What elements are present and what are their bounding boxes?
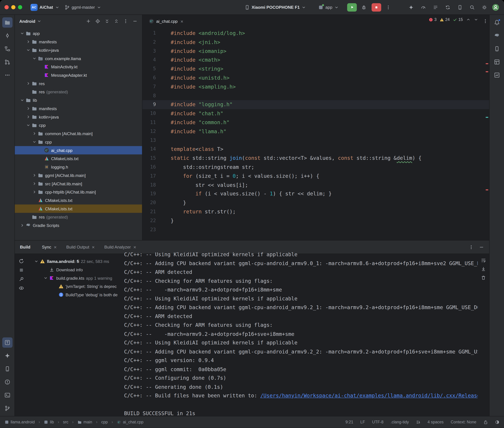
context-selector[interactable]: Context: None	[451, 420, 476, 424]
breadcrumb-cpp[interactable]: cpp	[101, 420, 108, 424]
tree-item-manifests[interactable]: manifests	[15, 38, 142, 46]
code-line-23[interactable]	[169, 225, 489, 234]
tree-item-cmakelists-txt[interactable]: CMakeLists.txt	[15, 155, 142, 163]
chevron-right-icon[interactable]	[25, 40, 31, 44]
filter-messages-icon[interactable]	[18, 285, 24, 291]
profiler-icon[interactable]	[419, 3, 427, 11]
inspections-widget[interactable]: 3 24 15	[429, 17, 478, 22]
code-line-12[interactable]: #include "llama.h"	[169, 127, 489, 136]
problems-tool-icon[interactable]	[2, 377, 12, 387]
code-editor[interactable]: 1234567891011121314151617181920212223 #i…	[142, 28, 489, 240]
code-line-6[interactable]: #include <unistd.h>	[169, 74, 489, 82]
tree-item-manifests[interactable]: manifests	[15, 104, 142, 113]
build-output-link[interactable]: /Users/hanyin/Workspace/ai-chat/examples…	[260, 393, 478, 399]
expand-all-icon[interactable]	[103, 17, 111, 25]
chevron-down-icon[interactable]	[25, 48, 31, 52]
panel-options-icon[interactable]	[122, 17, 129, 25]
debug-button[interactable]	[359, 3, 368, 11]
format-tool-icon[interactable]	[2, 337, 12, 348]
sync-project-icon[interactable]	[444, 3, 452, 11]
device-explorer-tool-icon[interactable]	[492, 44, 502, 54]
tree-item-cpp-httplib-aichat-lib-main[interactable]: cpp-httplib [AiChat.lib.main]	[15, 188, 142, 196]
hide-build-panel-icon[interactable]	[478, 243, 485, 251]
collapse-all-icon[interactable]	[112, 17, 120, 25]
tree-item-src-aichat-lib-main[interactable]: src [AiChat.lib.main]	[15, 180, 142, 188]
tree-item-res[interactable]: res(generated)	[15, 88, 142, 96]
chevron-right-icon[interactable]	[25, 115, 31, 119]
app-insights-tool-icon[interactable]	[492, 70, 502, 80]
pin-tab-icon[interactable]	[18, 276, 24, 282]
chevron-right-icon[interactable]	[25, 81, 31, 86]
chevron-down-icon[interactable]	[19, 98, 25, 102]
code-line-21[interactable]: return str.str();	[169, 207, 489, 216]
indent-style[interactable]: 4 spaces	[427, 420, 444, 424]
close-window-button[interactable]	[4, 5, 9, 9]
notifications-bell-icon[interactable]	[492, 17, 502, 28]
device-selector[interactable]: Xiaomi POCOPHONE F1	[242, 3, 309, 11]
warning-count[interactable]: 24	[440, 17, 450, 22]
code-line-16[interactable]: std::ostringstream str;	[169, 163, 489, 172]
run-options-icon[interactable]	[384, 3, 393, 11]
tree-item-cmakelists-txt[interactable]: CMakeLists.txt	[15, 205, 142, 213]
chevron-down-icon[interactable]	[32, 56, 37, 61]
scrollbar-mark[interactable]	[486, 71, 488, 72]
gradle-tool-icon[interactable]	[492, 31, 502, 41]
next-problem-icon[interactable]	[474, 17, 478, 22]
stop-build-icon[interactable]	[18, 267, 24, 273]
project-view-mode[interactable]: Android	[19, 19, 35, 24]
code-style-icon[interactable]	[416, 420, 420, 424]
chevron-down-icon[interactable]	[37, 19, 41, 24]
tree-item-kotlin-java[interactable]: kotlin+java	[15, 113, 142, 121]
tree-item-cmakelists-txt[interactable]: CMakeLists.txt	[15, 196, 142, 205]
add-icon[interactable]	[85, 17, 92, 25]
file-lock-icon[interactable]	[483, 420, 488, 424]
rerun-build-icon[interactable]	[18, 258, 24, 264]
tree-item-gradle-scripts[interactable]: Gradle Scripts	[15, 221, 142, 230]
tab-sync[interactable]: Sync×	[39, 240, 60, 254]
tree-item-logging-h[interactable]: Hlogging.h	[15, 163, 142, 171]
tree-item-app[interactable]: app	[15, 29, 142, 38]
zoom-window-button[interactable]	[18, 5, 22, 9]
code-line-22[interactable]: }	[169, 216, 489, 225]
scrollbar-mark[interactable]	[486, 117, 488, 118]
file-encoding[interactable]: UTF-8	[372, 420, 384, 424]
locate-file-icon[interactable]	[94, 17, 102, 25]
breadcrumb-src[interactable]: src	[63, 420, 68, 424]
branch-selector[interactable]: ggml-master	[62, 3, 104, 11]
close-icon[interactable]: ×	[133, 245, 137, 249]
tree-item-com-example-llama[interactable]: com.example.llama	[15, 54, 142, 63]
chevron-right-icon[interactable]	[25, 106, 31, 111]
build-tree-item-jvmtarget-string-is-deprec[interactable]: 'jvmTarget: String' is deprec	[28, 282, 122, 291]
tree-item-kotlin-java[interactable]: kotlin+java	[15, 46, 142, 54]
cursor-position[interactable]: 9:21	[345, 420, 353, 424]
scrollbar-mark[interactable]	[486, 189, 488, 190]
stop-button[interactable]	[372, 3, 381, 11]
chevron-right-icon[interactable]	[32, 173, 37, 177]
build-console[interactable]: C/C++: -- Using KleidiAI optimized kerne…	[122, 250, 478, 416]
passed-count[interactable]: 15	[453, 17, 463, 22]
code-line-5[interactable]: #include <string>	[169, 65, 489, 74]
code-line-20[interactable]: }	[169, 198, 489, 207]
chevron-down-icon[interactable]	[43, 276, 49, 280]
tree-item-cpp[interactable]: cpp	[15, 121, 142, 130]
tab-ai-chat-cpp[interactable]: C+ ai_chat.cpp ×	[145, 15, 187, 28]
breadcrumb-ai-chat-cpp[interactable]: C+ai_chat.cpp	[117, 420, 143, 424]
chevron-down-icon[interactable]	[32, 140, 37, 144]
close-icon[interactable]: ×	[53, 245, 57, 249]
hide-panel-icon[interactable]	[131, 17, 139, 25]
tree-item-messageadapter-kt[interactable]: MessageAdapter.kt	[15, 71, 142, 79]
chevron-right-icon[interactable]	[32, 181, 37, 186]
close-icon[interactable]: ×	[91, 245, 95, 249]
gemini-icon[interactable]	[407, 3, 415, 11]
scroll-to-end-icon[interactable]	[481, 266, 486, 272]
tree-item-mainactivity-kt[interactable]: MainActivity.kt	[15, 63, 142, 71]
more-tool-windows-icon[interactable]	[2, 70, 12, 80]
run-button[interactable]	[347, 3, 357, 11]
device-manager-icon[interactable]	[456, 3, 464, 11]
previous-problem-icon[interactable]	[466, 17, 470, 22]
close-tab-icon[interactable]: ×	[180, 19, 184, 24]
breadcrumb[interactable]: llama.android›lib›src›main›cpp›C+ai_chat…	[4, 420, 143, 424]
tree-item-res[interactable]: res	[15, 79, 142, 88]
code-line-1[interactable]: #include <android/log.h>	[169, 29, 489, 38]
layout-inspector-tool-icon[interactable]	[492, 57, 502, 67]
